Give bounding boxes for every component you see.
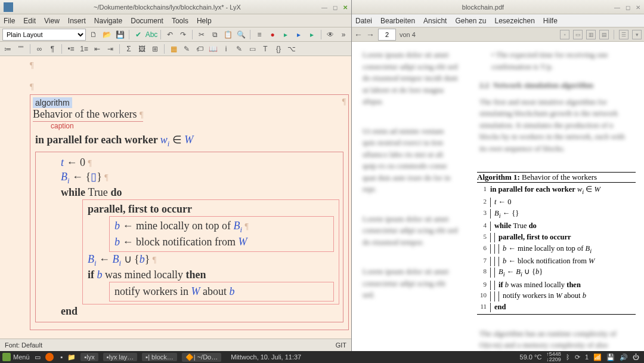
tb-clock[interactable]: Mittwoch, 10. Juli, 11:37 [231,353,301,361]
index-icon[interactable]: i [221,44,231,54]
hdd-icon[interactable]: 💾 [606,353,615,361]
menu-hilfe[interactable]: Hilfe [543,17,558,25]
show-desktop-icon[interactable]: ▭ [35,353,41,361]
save-icon[interactable]: 💾 [114,29,125,40]
preview-icon[interactable]: 👁 [325,29,336,40]
menu-document[interactable]: Document [131,17,163,25]
img-icon[interactable]: 🖼 [137,44,147,54]
tool2-icon[interactable]: ▸ [293,29,304,40]
maximize-icon[interactable]: ◻ [333,4,338,11]
menu-tools[interactable]: Tools [172,17,188,25]
paste-icon[interactable]: 📋 [222,29,233,40]
menu-view[interactable]: View [44,17,60,25]
quote-icon[interactable]: "" [16,44,26,54]
menu-lesezeichen[interactable]: Lesezeichen [494,17,534,25]
tb-app-lyx-lay[interactable]: ▪ lyx lay… [103,353,137,361]
highlight-icon[interactable]: ✎ [181,44,192,54]
float-icon[interactable]: ▭ [247,44,258,54]
algorithm-float[interactable]: algorithm ¶ Behavior of the workers ¶ ca… [30,94,349,330]
box-icon[interactable]: ▦ [168,44,179,54]
alg-line-9[interactable]: if b was mined locally then [88,268,334,282]
menu-gehenzu[interactable]: Gehen zu [455,17,486,25]
volume-icon[interactable]: 🔊 [620,353,628,361]
alg-line-8[interactable]: Bi ← Bi ∪ {b} ¶ [88,252,334,269]
lyx-editor[interactable]: ¶ ¶ algorithm ¶ Behavior of the workers … [0,56,351,339]
branch-icon[interactable]: ⌥ [286,44,297,54]
sidebar-icon[interactable]: ☰ [619,30,628,39]
power-icon[interactable]: ⏻ [633,353,639,361]
layout-select[interactable]: Plain Layout [2,29,86,41]
find-icon[interactable]: 🔍 [236,29,246,40]
cite-icon[interactable]: 📖 [208,44,218,54]
page-input[interactable] [378,29,396,41]
menu-ansicht[interactable]: Ansicht [423,17,447,25]
ref-icon[interactable]: ¶ [47,44,58,54]
undo-icon[interactable]: ↶ [165,29,175,40]
menu-insert[interactable]: Insert [68,17,86,25]
more-icon[interactable]: » [338,29,349,40]
tex-icon[interactable]: T [260,44,271,54]
tb-firefox[interactable] [45,353,56,361]
tb-terminal[interactable]: ▪ [61,353,63,361]
spellcheck-icon[interactable]: ✔ [133,29,144,40]
tool-icon[interactable]: ▸ [280,29,291,40]
alg-line-11[interactable]: end [61,304,339,318]
fit-icon[interactable]: ▫ [560,30,569,39]
cut-icon[interactable]: ✂ [196,29,207,40]
float-label[interactable]: algorithm [33,97,72,108]
updates-icon[interactable]: ⟳ [575,353,580,361]
alg-line-10[interactable]: notify workers in W about b [114,285,329,299]
dual-icon[interactable]: ▥ [586,30,596,39]
ert-icon[interactable]: {} [273,44,284,54]
pdf-page[interactable]: Lorem ipsum dolor sit amet consectetur a… [352,42,644,351]
alg-line-6[interactable]: b ← mine locally on top of Bi ¶ [114,219,329,235]
label-icon[interactable]: 🏷 [194,44,205,54]
alg-line-1[interactable]: in parallel for each worker wi ∈ W [35,133,343,149]
menu-bearbeiten[interactable]: Bearbeiten [380,17,415,25]
menu-expand-icon[interactable]: ▾ [632,30,642,39]
new-icon[interactable]: 🗋 [88,29,99,40]
note-icon[interactable]: ✎ [234,44,244,54]
menu-file[interactable]: File [4,17,15,25]
menu-edit[interactable]: Edit [23,17,36,25]
fit-width-icon[interactable]: ▭ [573,30,583,39]
menu-datei[interactable]: Datei [355,17,372,25]
nav-icon[interactable]: ≡ [254,29,265,40]
next-page-icon[interactable]: → [366,30,374,39]
minimize-icon[interactable]: — [321,4,327,11]
bold-icon[interactable]: ● [267,29,278,40]
open-icon[interactable]: 📂 [101,29,112,40]
alg-line-5[interactable]: parallel, first to occurr [88,202,334,216]
bullets-icon[interactable]: •≡ [66,44,76,54]
prev-page-icon[interactable]: ← [354,30,363,39]
spellcheck2-icon[interactable]: Abc [146,29,157,40]
copy-icon[interactable]: ⧉ [209,29,220,40]
tb-files[interactable]: 📁 [67,353,76,361]
tb-app-block[interactable]: ▪ | block… [142,353,177,361]
alg-line-3[interactable]: Bi ← {▯} ¶ [61,170,339,186]
table-icon[interactable]: ⊞ [150,44,160,54]
list-icon[interactable]: ≔ [2,44,13,54]
caption-text[interactable]: Behavior of the workers ¶ [33,108,143,122]
indent-right-icon[interactable]: ⇥ [105,44,116,54]
menu-help[interactable]: Help [197,17,212,25]
start-menu[interactable]: Menü [2,353,30,361]
workspace-indicator[interactable]: 1 [585,353,589,361]
tb-app-do[interactable]: 🔶 | ~/Do… [182,353,221,362]
minimize-icon[interactable]: — [614,4,620,11]
bluetooth-icon[interactable]: ᛒ [566,353,570,361]
close-icon[interactable]: ✕ [343,4,348,11]
link-icon[interactable]: ∞ [34,44,45,54]
redo-icon[interactable]: ↷ [178,29,188,40]
alg-line-4[interactable]: while True do [61,186,339,199]
close-icon[interactable]: ✕ [636,4,640,11]
math-icon[interactable]: Σ [123,44,134,54]
tb-app-lyx[interactable]: ▪ lyx [80,353,98,361]
alg-line-2[interactable]: t ← 0 ¶ [61,156,339,170]
menu-navigate[interactable]: Navigate [94,17,122,25]
network-icon[interactable]: 📶 [593,353,602,361]
tool3-icon[interactable]: ▸ [306,29,317,40]
enum-icon[interactable]: 1≡ [79,44,89,54]
continuous-icon[interactable]: ▤ [599,30,609,39]
indent-left-icon[interactable]: ⇤ [92,44,103,54]
